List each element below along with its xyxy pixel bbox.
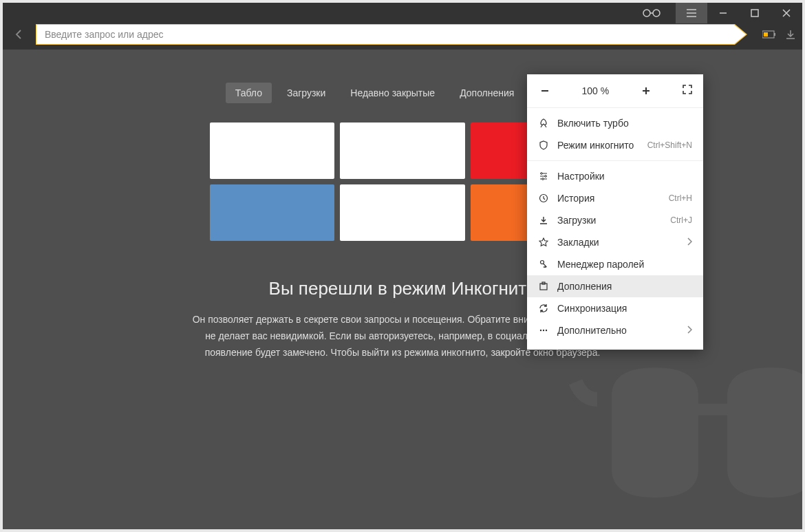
zoom-level-label: 100 % [581,85,609,96]
menu-item-downloads[interactable]: Загрузки Ctrl+J [527,209,703,231]
menu-button[interactable] [676,3,707,23]
menu-item-label: Закладки [557,237,678,248]
battery-icon [762,30,776,39]
tab-addons[interactable]: Дополнения [450,83,524,103]
back-button[interactable] [10,25,29,44]
menu-item-history[interactable]: История Ctrl+H [527,187,703,209]
address-arrow-decoration-inner [734,25,746,44]
incognito-glasses-icon [636,3,667,23]
puzzle-icon [538,281,549,292]
menu-item-sync[interactable]: Синхронизация [527,297,703,319]
svg-rect-4 [774,33,775,36]
svg-rect-6 [698,404,727,416]
download-icon [538,215,549,226]
svg-point-0 [643,10,650,17]
tile-1[interactable] [210,123,334,179]
tile-2[interactable] [340,123,464,179]
svg-rect-5 [764,32,768,36]
svg-point-14 [540,330,541,331]
sliders-icon [538,171,549,182]
rocket-icon [538,118,549,129]
svg-point-9 [542,178,544,180]
close-button[interactable] [771,3,802,23]
content-area: Табло Загрузки Недавно закрытые Дополнен… [3,50,802,529]
svg-point-1 [653,10,660,17]
menu-section-1: Включить турбо Режим инкогнито Ctrl+Shif… [527,108,703,161]
address-input[interactable] [36,24,735,45]
maximize-button[interactable] [739,3,771,23]
address-input-wrap [36,24,735,45]
shield-icon [538,140,549,151]
minimize-button[interactable] [707,3,739,23]
menu-item-label: Режим инкогнито [557,140,639,151]
svg-point-7 [541,173,543,175]
dots-icon [538,325,549,336]
menu-item-label: Синхронизация [557,303,692,314]
chevron-right-icon [687,237,692,248]
menu-item-label: Настройки [557,171,692,182]
svg-point-15 [543,330,544,331]
menu-section-2: Настройки История Ctrl+H Загрузки Ctrl+J… [527,161,703,345]
menu-item-label: Менеджер паролей [557,259,692,270]
svg-point-8 [545,175,547,178]
sync-icon [538,303,549,314]
downloads-tray-icon[interactable] [786,30,795,39]
svg-rect-2 [751,10,758,17]
menu-item-addons[interactable]: Дополнения [527,275,703,297]
menu-item-label: История [557,193,661,204]
titlebar [3,3,802,23]
address-bar [3,23,802,50]
menu-item-shortcut: Ctrl+J [670,215,692,225]
menu-item-label: Дополнения [557,281,692,292]
menu-item-incognito[interactable]: Режим инкогнито Ctrl+Shift+N [527,134,703,156]
tile-5[interactable] [340,184,464,241]
fullscreen-button[interactable] [683,85,692,97]
status-icons [762,30,795,39]
tab-recent[interactable]: Недавно закрытые [341,83,444,103]
zoom-in-button[interactable] [639,84,653,98]
tab-tablo[interactable]: Табло [226,83,272,103]
svg-point-16 [546,330,547,331]
menu-item-label: Дополнительно [557,325,678,336]
tab-downloads[interactable]: Загрузки [277,83,335,103]
clock-icon [538,193,549,204]
tile-4[interactable] [210,184,334,241]
browser-window: Табло Загрузки Недавно закрытые Дополнен… [3,3,802,529]
zoom-out-button[interactable] [538,84,552,98]
menu-item-label: Загрузки [557,215,662,226]
menu-item-shortcut: Ctrl+Shift+N [647,140,692,150]
menu-item-shortcut: Ctrl+H [669,193,692,203]
zoom-row: 100 % [527,74,703,108]
menu-item-settings[interactable]: Настройки [527,165,703,187]
main-menu-dropdown: 100 % Включить турбо Режим инкогнито Ctr… [527,74,703,350]
menu-item-bookmarks[interactable]: Закладки [527,231,703,253]
menu-item-label: Включить турбо [557,118,692,129]
menu-item-more[interactable]: Дополнительно [527,319,703,341]
key-icon [538,259,549,270]
menu-item-turbo[interactable]: Включить турбо [527,112,703,134]
chevron-right-icon [687,325,692,336]
star-icon [538,237,549,248]
menu-item-passwords[interactable]: Менеджер паролей [527,253,703,275]
